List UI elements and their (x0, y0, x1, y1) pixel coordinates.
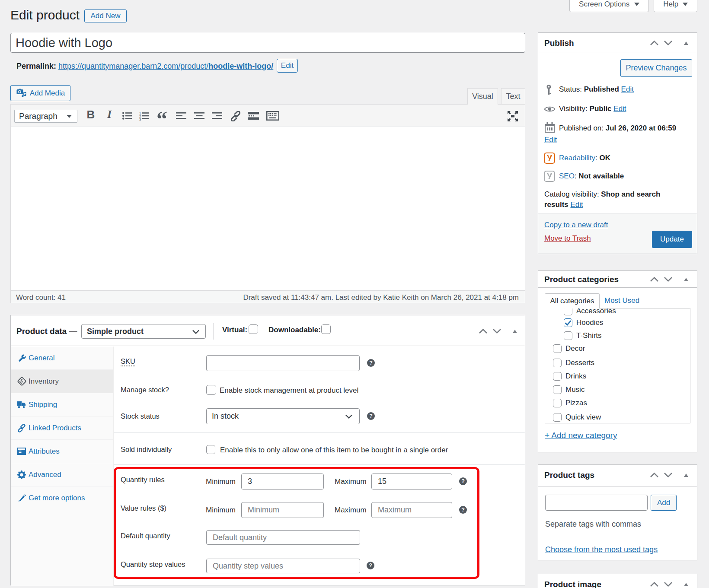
svg-text:3: 3 (139, 118, 141, 121)
